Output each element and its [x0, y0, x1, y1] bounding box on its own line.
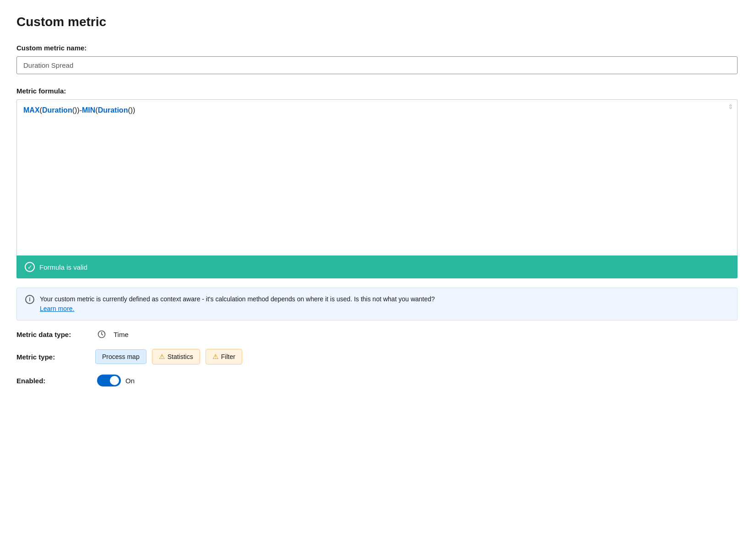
tag-process-map[interactable]: Process map — [95, 349, 146, 364]
enabled-row: Enabled: On — [16, 375, 738, 386]
tag-statistics-label: Statistics — [168, 353, 193, 360]
formula-valid-banner: Formula is valid — [16, 256, 738, 278]
tag-filter[interactable]: ⚠ Filter — [206, 349, 242, 364]
warn-icon-statistics: ⚠ — [159, 353, 165, 361]
formula-max-keyword: MAX — [23, 106, 40, 114]
warn-icon-filter: ⚠ — [212, 353, 218, 361]
tag-statistics[interactable]: ⚠ Statistics — [152, 349, 200, 364]
formula-close-call2: ()) — [128, 106, 135, 114]
formula-editor-container: ⇕ MAX(Duration())-MIN(Duration()) Formul… — [16, 99, 738, 278]
formula-code-area[interactable]: ⇕ MAX(Duration())-MIN(Duration()) — [17, 100, 737, 256]
data-type-label: Metric data type: — [16, 331, 90, 338]
clock-icon — [97, 330, 106, 339]
tag-filter-label: Filter — [221, 353, 235, 360]
formula-wrapper: ⇕ MAX(Duration())-MIN(Duration()) — [16, 99, 738, 256]
formula-text[interactable]: MAX(Duration())-MIN(Duration()) — [23, 106, 135, 114]
name-field-label: Custom metric name: — [16, 44, 738, 52]
formula-close-call1: ())- — [72, 106, 82, 114]
toggle-container: On — [97, 375, 135, 386]
resize-handle-icon[interactable]: ⇕ — [728, 103, 733, 110]
page-title: Custom metric — [16, 15, 738, 29]
info-box: i Your custom metric is currently define… — [16, 288, 738, 321]
data-type-value: Time — [114, 331, 129, 338]
toggle-slider — [97, 375, 121, 386]
valid-message: Formula is valid — [39, 263, 87, 271]
info-icon: i — [25, 295, 34, 304]
formula-min-keyword: MIN — [82, 106, 95, 114]
enabled-label: Enabled: — [16, 377, 90, 385]
metric-name-input[interactable] — [16, 56, 738, 74]
info-text: Your custom metric is currently defined … — [40, 294, 435, 314]
formula-duration1: Duration — [42, 106, 72, 114]
enabled-on-text: On — [125, 377, 135, 385]
formula-duration2: Duration — [98, 106, 128, 114]
enabled-toggle[interactable] — [97, 375, 121, 386]
learn-more-link[interactable]: Learn more. — [40, 305, 74, 312]
data-type-row: Metric data type: Time — [16, 330, 738, 339]
tag-process-map-label: Process map — [102, 353, 140, 360]
valid-check-icon — [25, 262, 35, 272]
metric-type-row: Metric type: Process map ⚠ Statistics ⚠ … — [16, 349, 738, 364]
formula-field-label: Metric formula: — [16, 87, 738, 95]
metric-type-label: Metric type: — [16, 353, 90, 361]
